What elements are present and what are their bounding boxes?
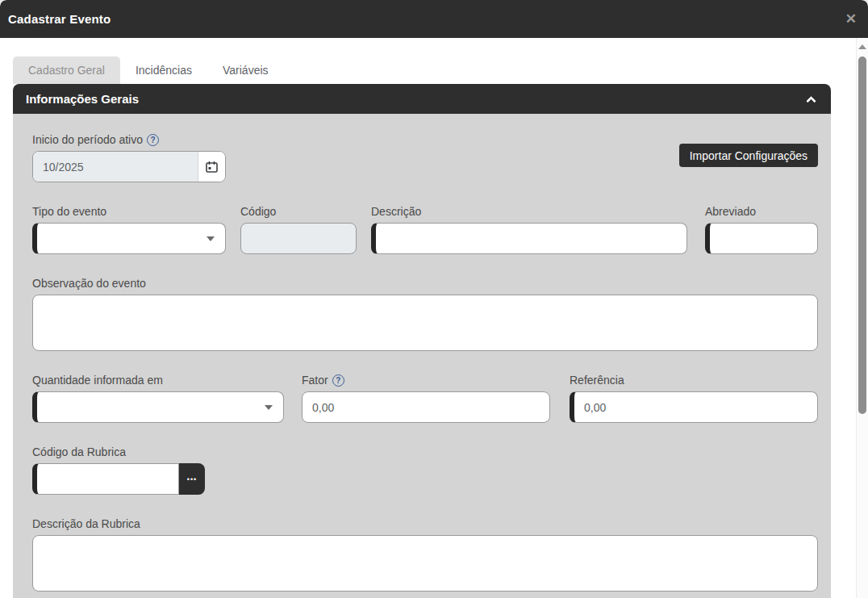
- field-descricao: Descrição: [371, 205, 687, 254]
- calendar-button[interactable]: [198, 152, 225, 182]
- informacoes-gerais-panel: Informações Gerais Inicio do período ati…: [13, 84, 831, 598]
- codigo-rubrica-group: •••: [32, 463, 205, 495]
- field-referencia: Referência: [570, 374, 818, 423]
- panel-header[interactable]: Informações Gerais: [13, 84, 831, 114]
- field-tipo-evento: Tipo do evento: [32, 205, 226, 254]
- fator-input[interactable]: [302, 391, 550, 423]
- field-inicio-periodo: Inicio do período ativo ? 10/2025: [32, 133, 226, 182]
- row-quantidade: Quantidade informada em Fator ?: [32, 374, 818, 423]
- row-evento: Tipo do evento Código Descrição: [32, 205, 818, 254]
- descricao-rubrica-textarea: [32, 535, 818, 592]
- tab-incidencias[interactable]: Incidências: [120, 56, 207, 84]
- dialog-title: Cadastrar Evento: [8, 12, 111, 26]
- collapse-button[interactable]: [807, 95, 815, 102]
- field-codigo-rubrica: Código da Rubrica •••: [32, 445, 205, 495]
- observacao-textarea[interactable]: [32, 295, 818, 351]
- help-icon[interactable]: ?: [147, 134, 159, 146]
- codigo-rubrica-label: Código da Rubrica: [32, 445, 205, 458]
- row-observacao: Observação do evento: [32, 277, 818, 351]
- scrollbar-thumb[interactable]: [858, 56, 866, 414]
- tipo-evento-select[interactable]: [32, 223, 226, 254]
- referencia-input[interactable]: [570, 391, 818, 423]
- field-descricao-rubrica: Descrição da Rubrica: [32, 517, 818, 592]
- importar-configuracoes-button[interactable]: Importar Configurações: [679, 144, 818, 167]
- close-icon[interactable]: ✕: [845, 12, 857, 26]
- help-icon[interactable]: ?: [332, 374, 344, 387]
- panel-body: Inicio do período ativo ? 10/2025: [13, 114, 831, 598]
- field-abreviado: Abreviado: [705, 205, 818, 254]
- descricao-input[interactable]: [371, 223, 687, 254]
- scroll-up-icon[interactable]: [858, 44, 866, 49]
- descricao-label: Descrição: [371, 205, 687, 218]
- codigo-rubrica-input[interactable]: [32, 463, 179, 495]
- inicio-periodo-value: 10/2025: [33, 152, 198, 182]
- abreviado-label: Abreviado: [705, 205, 818, 218]
- row-inicio-periodo: Inicio do período ativo ? 10/2025: [32, 133, 818, 182]
- field-observacao: Observação do evento: [32, 277, 818, 351]
- tab-cadastro-geral[interactable]: Cadastro Geral: [13, 56, 120, 84]
- ellipsis-icon: •••: [187, 475, 197, 483]
- row-codigo-rubrica: Código da Rubrica •••: [32, 445, 818, 495]
- chevron-down-icon: [207, 236, 215, 241]
- abreviado-input[interactable]: [705, 223, 818, 254]
- field-fator: Fator ?: [302, 374, 550, 423]
- quantidade-label: Quantidade informada em: [32, 374, 284, 387]
- dialog-content: Cadastro Geral Incidências Variáveis Inf…: [0, 38, 856, 598]
- field-quantidade: Quantidade informada em: [32, 374, 284, 423]
- inicio-periodo-input[interactable]: 10/2025: [32, 151, 226, 182]
- field-codigo: Código: [240, 205, 357, 254]
- cadastrar-evento-dialog: Cadastrar Evento ✕ Cadastro Geral Incidê…: [0, 0, 868, 598]
- fator-label: Fator ?: [302, 374, 550, 387]
- observacao-label: Observação do evento: [32, 277, 818, 290]
- quantidade-select[interactable]: [32, 391, 284, 423]
- descricao-rubrica-label: Descrição da Rubrica: [32, 517, 818, 530]
- row-descricao-rubrica: Descrição da Rubrica: [32, 517, 818, 592]
- chevron-up-icon: [806, 96, 816, 107]
- panel-title: Informações Gerais: [26, 92, 139, 106]
- tab-variaveis[interactable]: Variáveis: [207, 56, 284, 84]
- tipo-evento-label: Tipo do evento: [32, 205, 226, 218]
- vertical-scrollbar[interactable]: [856, 38, 868, 598]
- chevron-down-icon: [265, 405, 273, 410]
- codigo-input: [240, 223, 357, 254]
- inicio-periodo-label: Inicio do período ativo ?: [32, 133, 226, 146]
- tab-bar: Cadastro Geral Incidências Variáveis: [13, 56, 856, 84]
- referencia-label: Referência: [570, 374, 818, 387]
- calendar-icon: [205, 160, 219, 174]
- rubrica-lookup-button[interactable]: •••: [179, 463, 205, 495]
- codigo-label: Código: [240, 205, 357, 218]
- dialog-titlebar: Cadastrar Evento ✕: [0, 0, 868, 38]
